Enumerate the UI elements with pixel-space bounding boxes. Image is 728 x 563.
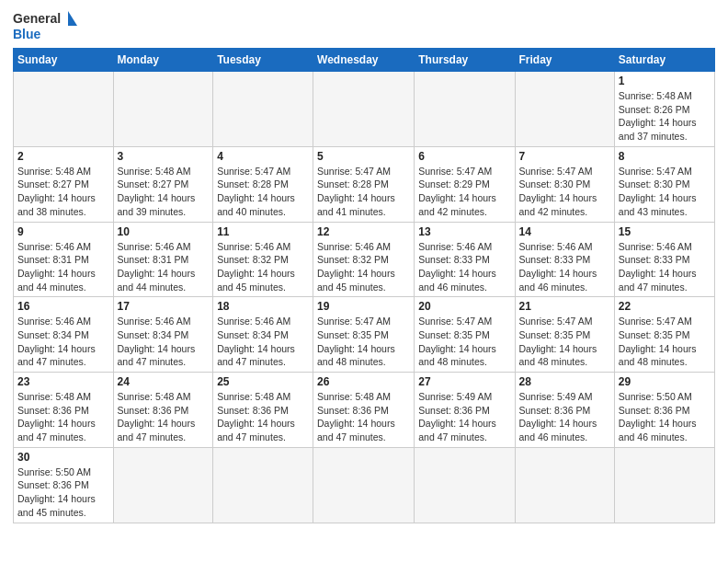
svg-marker-2 — [68, 11, 77, 26]
col-header-sunday: Sunday — [14, 49, 114, 72]
header-row: SundayMondayTuesdayWednesdayThursdayFrid… — [14, 49, 715, 72]
day-number: 2 — [17, 150, 109, 163]
day-cell: 8Sunrise: 5:47 AM Sunset: 8:30 PM Daylig… — [614, 146, 714, 222]
day-number: 29 — [619, 375, 711, 388]
day-cell: 10Sunrise: 5:46 AM Sunset: 8:31 PM Dayli… — [113, 222, 213, 297]
day-number: 26 — [317, 375, 410, 388]
col-header-wednesday: Wednesday — [313, 49, 415, 72]
day-cell: 14Sunrise: 5:46 AM Sunset: 8:33 PM Dayli… — [515, 222, 614, 297]
day-info: Sunrise: 5:50 AM Sunset: 8:36 PM Dayligh… — [619, 390, 711, 444]
day-cell: 20Sunrise: 5:47 AM Sunset: 8:35 PM Dayli… — [415, 297, 515, 373]
day-number: 17 — [118, 300, 210, 313]
day-number: 22 — [619, 300, 711, 313]
day-cell: 9Sunrise: 5:46 AM Sunset: 8:31 PM Daylig… — [14, 222, 114, 297]
day-cell: 19Sunrise: 5:47 AM Sunset: 8:35 PM Dayli… — [313, 297, 415, 373]
day-cell: 21Sunrise: 5:47 AM Sunset: 8:35 PM Dayli… — [515, 297, 614, 373]
day-info: Sunrise: 5:47 AM Sunset: 8:35 PM Dayligh… — [317, 315, 410, 369]
day-info: Sunrise: 5:48 AM Sunset: 8:27 PM Dayligh… — [118, 165, 210, 219]
week-row-3: 16Sunrise: 5:46 AM Sunset: 8:34 PM Dayli… — [14, 297, 715, 373]
col-header-thursday: Thursday — [415, 49, 515, 72]
svg-text:General: General — [13, 11, 61, 26]
week-row-2: 9Sunrise: 5:46 AM Sunset: 8:31 PM Daylig… — [14, 222, 715, 297]
col-header-friday: Friday — [515, 49, 614, 72]
day-info: Sunrise: 5:46 AM Sunset: 8:34 PM Dayligh… — [217, 315, 309, 369]
day-cell — [415, 72, 515, 147]
day-cell: 23Sunrise: 5:48 AM Sunset: 8:36 PM Dayli… — [14, 373, 114, 448]
day-cell: 27Sunrise: 5:49 AM Sunset: 8:36 PM Dayli… — [415, 373, 515, 448]
week-row-0: 1Sunrise: 5:48 AM Sunset: 8:26 PM Daylig… — [14, 72, 715, 147]
day-cell: 24Sunrise: 5:48 AM Sunset: 8:36 PM Dayli… — [113, 373, 213, 448]
svg-text:Blue: Blue — [13, 27, 41, 41]
day-cell: 29Sunrise: 5:50 AM Sunset: 8:36 PM Dayli… — [614, 373, 714, 448]
day-info: Sunrise: 5:46 AM Sunset: 8:32 PM Dayligh… — [217, 240, 309, 294]
day-number: 27 — [418, 375, 510, 388]
day-info: Sunrise: 5:49 AM Sunset: 8:36 PM Dayligh… — [519, 390, 610, 444]
day-cell — [313, 447, 415, 523]
day-cell: 5Sunrise: 5:47 AM Sunset: 8:28 PM Daylig… — [313, 146, 415, 222]
day-cell: 22Sunrise: 5:47 AM Sunset: 8:35 PM Dayli… — [614, 297, 714, 373]
day-cell — [14, 72, 114, 147]
day-cell: 6Sunrise: 5:47 AM Sunset: 8:29 PM Daylig… — [415, 146, 515, 222]
day-number: 21 — [519, 300, 610, 313]
day-number: 30 — [17, 451, 109, 464]
day-cell: 16Sunrise: 5:46 AM Sunset: 8:34 PM Dayli… — [14, 297, 114, 373]
day-cell: 11Sunrise: 5:46 AM Sunset: 8:32 PM Dayli… — [213, 222, 313, 297]
day-info: Sunrise: 5:46 AM Sunset: 8:34 PM Dayligh… — [17, 315, 109, 369]
day-info: Sunrise: 5:48 AM Sunset: 8:36 PM Dayligh… — [118, 390, 210, 444]
day-number: 11 — [217, 225, 309, 238]
day-info: Sunrise: 5:48 AM Sunset: 8:36 PM Dayligh… — [317, 390, 410, 444]
day-cell: 4Sunrise: 5:47 AM Sunset: 8:28 PM Daylig… — [213, 146, 313, 222]
day-number: 16 — [17, 300, 109, 313]
day-number: 9 — [17, 225, 109, 238]
day-cell — [213, 447, 313, 523]
day-info: Sunrise: 5:47 AM Sunset: 8:30 PM Dayligh… — [519, 165, 610, 219]
col-header-tuesday: Tuesday — [213, 49, 313, 72]
day-number: 7 — [519, 150, 610, 163]
day-number: 20 — [418, 300, 510, 313]
day-info: Sunrise: 5:48 AM Sunset: 8:26 PM Dayligh… — [619, 89, 711, 144]
day-number: 5 — [317, 150, 410, 163]
calendar-table: SundayMondayTuesdayWednesdayThursdayFrid… — [13, 48, 715, 523]
day-number: 3 — [118, 150, 210, 163]
day-info: Sunrise: 5:46 AM Sunset: 8:32 PM Dayligh… — [317, 240, 410, 294]
day-number: 23 — [17, 375, 109, 388]
day-info: Sunrise: 5:48 AM Sunset: 8:36 PM Dayligh… — [17, 390, 109, 444]
day-cell: 13Sunrise: 5:46 AM Sunset: 8:33 PM Dayli… — [415, 222, 515, 297]
day-number: 14 — [519, 225, 610, 238]
day-number: 25 — [217, 375, 309, 388]
day-info: Sunrise: 5:48 AM Sunset: 8:36 PM Dayligh… — [217, 390, 309, 444]
day-cell — [515, 72, 614, 147]
day-info: Sunrise: 5:46 AM Sunset: 8:33 PM Dayligh… — [418, 240, 510, 294]
day-cell: 30Sunrise: 5:50 AM Sunset: 8:36 PM Dayli… — [14, 447, 114, 523]
day-number: 8 — [619, 150, 711, 163]
week-row-4: 23Sunrise: 5:48 AM Sunset: 8:36 PM Dayli… — [14, 373, 715, 448]
day-number: 24 — [118, 375, 210, 388]
day-info: Sunrise: 5:47 AM Sunset: 8:28 PM Dayligh… — [317, 165, 410, 219]
day-cell: 12Sunrise: 5:46 AM Sunset: 8:32 PM Dayli… — [313, 222, 415, 297]
day-info: Sunrise: 5:46 AM Sunset: 8:33 PM Dayligh… — [619, 240, 711, 294]
day-cell — [113, 72, 213, 147]
day-info: Sunrise: 5:47 AM Sunset: 8:30 PM Dayligh… — [619, 165, 711, 219]
day-cell — [113, 447, 213, 523]
day-cell: 25Sunrise: 5:48 AM Sunset: 8:36 PM Dayli… — [213, 373, 313, 448]
day-info: Sunrise: 5:50 AM Sunset: 8:36 PM Dayligh… — [17, 465, 109, 520]
day-info: Sunrise: 5:47 AM Sunset: 8:29 PM Dayligh… — [418, 165, 510, 219]
day-info: Sunrise: 5:47 AM Sunset: 8:28 PM Dayligh… — [217, 165, 309, 219]
week-row-1: 2Sunrise: 5:48 AM Sunset: 8:27 PM Daylig… — [14, 146, 715, 222]
day-number: 1 — [619, 75, 711, 87]
day-cell — [313, 72, 415, 147]
day-cell: 7Sunrise: 5:47 AM Sunset: 8:30 PM Daylig… — [515, 146, 614, 222]
day-number: 18 — [217, 300, 309, 313]
day-cell — [515, 447, 614, 523]
day-cell: 18Sunrise: 5:46 AM Sunset: 8:34 PM Dayli… — [213, 297, 313, 373]
day-number: 10 — [118, 225, 210, 238]
day-info: Sunrise: 5:46 AM Sunset: 8:34 PM Dayligh… — [118, 315, 210, 369]
day-number: 12 — [317, 225, 410, 238]
day-number: 19 — [317, 300, 410, 313]
day-cell: 28Sunrise: 5:49 AM Sunset: 8:36 PM Dayli… — [515, 373, 614, 448]
day-number: 13 — [418, 225, 510, 238]
day-cell: 26Sunrise: 5:48 AM Sunset: 8:36 PM Dayli… — [313, 373, 415, 448]
day-cell: 1Sunrise: 5:48 AM Sunset: 8:26 PM Daylig… — [614, 72, 714, 147]
day-cell — [213, 72, 313, 147]
day-cell — [614, 447, 714, 523]
